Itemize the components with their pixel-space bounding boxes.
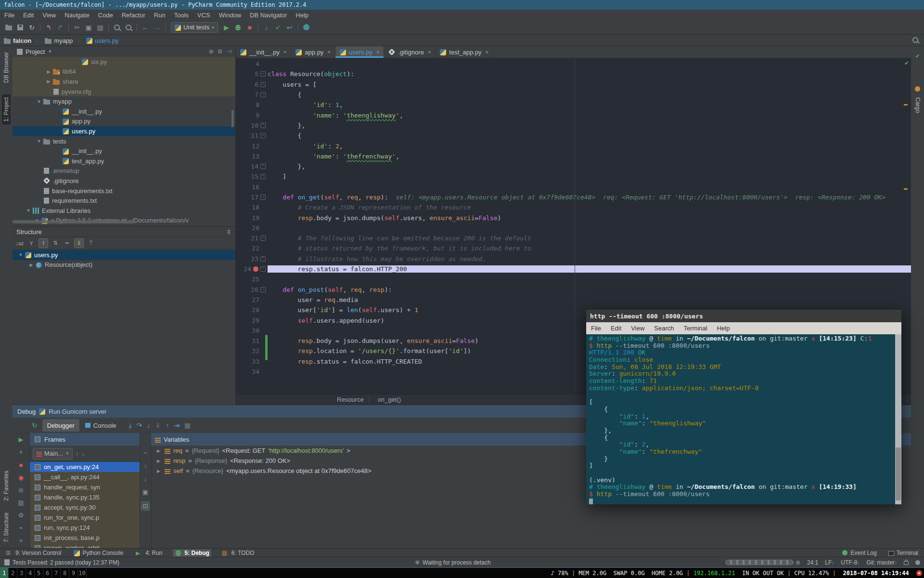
warning-stripe-mark[interactable] xyxy=(904,188,908,190)
workspace-9[interactable]: 9 xyxy=(69,568,78,578)
workspace-4[interactable]: 4 xyxy=(26,568,35,578)
toolwindow-button-5-debug[interactable]: 5: Debug xyxy=(173,549,211,557)
notification-pin-icon[interactable] xyxy=(916,570,922,576)
hide-panel-icon[interactable]: ⊣ xyxy=(227,48,231,55)
editor-tab-test_apppy[interactable]: test_app.py× xyxy=(436,46,493,58)
view-breakpoints-icon[interactable]: ◉ xyxy=(18,474,24,481)
nav-forward-icon[interactable]: → xyxy=(151,22,163,33)
tree-arrow-icon[interactable]: ▼ xyxy=(24,208,33,213)
fold-marker-icon[interactable]: − xyxy=(260,71,266,77)
menu-view[interactable]: View xyxy=(38,10,60,20)
force-step-into-icon[interactable]: ⇓ xyxy=(155,421,161,429)
step-out-icon[interactable]: ↑ xyxy=(166,421,169,429)
project-tree-item-test_apppy[interactable]: test_app.py xyxy=(13,156,235,166)
cut-icon[interactable]: ✂ xyxy=(71,22,83,33)
line-separator-widget[interactable]: LF↕ xyxy=(825,559,834,566)
fold-marker-icon[interactable]: − xyxy=(260,92,266,97)
nav-back-icon[interactable]: ← xyxy=(140,22,151,33)
workspace-5[interactable]: 5 xyxy=(35,568,43,578)
frame-row[interactable]: init_process, base.p xyxy=(30,533,140,543)
read-only-lock-icon[interactable] xyxy=(904,561,909,565)
expand-icon[interactable]: ▶ xyxy=(157,469,162,473)
project-tree-item-tests[interactable]: ▼tests xyxy=(13,136,235,146)
redo-icon[interactable]: ↱ xyxy=(54,22,66,33)
expand-icon[interactable]: ▶ xyxy=(157,459,162,463)
project-tree-item-__init__py[interactable]: __init__.py xyxy=(13,146,235,156)
workspace-1[interactable]: 1 xyxy=(0,568,9,578)
run-configuration-combo[interactable]: Unit tests▾ xyxy=(171,22,218,33)
fold-marker-icon[interactable]: ⌃ xyxy=(260,123,266,128)
workspace-2[interactable]: 2 xyxy=(9,568,17,578)
undo-icon[interactable]: ↰ xyxy=(43,22,54,33)
line-number[interactable]: 31 xyxy=(250,337,259,344)
vertical-scrollbar[interactable] xyxy=(231,110,234,127)
editor-tab-userspy[interactable]: users.py× xyxy=(335,46,385,58)
remove-watch-icon[interactable]: − xyxy=(143,449,147,457)
evaluate-expression-icon[interactable]: ▦ xyxy=(184,421,191,429)
line-number[interactable]: 29 xyxy=(250,317,259,324)
tree-arrow-icon[interactable]: ▶ xyxy=(44,69,53,74)
frame-down-icon[interactable]: ↓ xyxy=(81,450,85,457)
update-project-icon[interactable]: ↓ xyxy=(261,22,272,33)
gear-icon[interactable]: ⚙ xyxy=(218,48,223,55)
menu-db-navigator[interactable]: DB Navigator xyxy=(245,10,291,20)
line-number[interactable]: 11 xyxy=(249,132,258,139)
workspace-3[interactable]: 3 xyxy=(17,568,26,578)
open-file-icon[interactable] xyxy=(3,22,14,33)
structure-toolbar-icon-4[interactable]: ≂ xyxy=(63,239,71,248)
terminal-menu-terminal[interactable]: Terminal xyxy=(679,325,712,332)
line-number[interactable]: 27 xyxy=(250,296,259,303)
debug-icon[interactable] xyxy=(232,22,244,33)
frame-row[interactable]: __call__, api.py:244 xyxy=(30,472,140,482)
project-tree-item-baserequirementstxt[interactable]: base-requirements.txt xyxy=(13,186,235,196)
close-icon[interactable]: × xyxy=(283,49,286,55)
run-icon[interactable]: ▶ xyxy=(221,22,232,33)
editor-tab-__init__py[interactable]: __init__.py× xyxy=(236,46,291,58)
line-number[interactable]: 30 xyxy=(250,327,259,334)
toolwindow-button-event-log[interactable]: Event Log xyxy=(839,549,879,557)
menu-file[interactable]: File xyxy=(0,10,19,20)
terminal-menu-edit[interactable]: Edit xyxy=(606,325,626,332)
expand-icon[interactable]: ▶ xyxy=(157,448,162,453)
terminal-output[interactable]: # theenglishway @ time in ~/Documents/fa… xyxy=(586,334,901,504)
replace-icon[interactable] xyxy=(123,22,134,33)
line-number[interactable]: 6 xyxy=(249,81,258,88)
toolwindow-button-6-todo[interactable]: ▤6: TODO xyxy=(220,549,257,557)
project-tree-item-apppy[interactable]: app.py xyxy=(13,117,235,127)
inspections-ok-icon[interactable]: ✔ xyxy=(904,60,909,66)
line-number[interactable]: 7 xyxy=(249,91,258,98)
show-execution-point-icon[interactable]: ⤓ xyxy=(129,421,132,430)
tree-arrow-icon[interactable]: ▶ xyxy=(44,79,53,84)
fold-marker-icon[interactable]: − xyxy=(260,195,266,200)
tool-strip-7-structure[interactable]: 7: Structure xyxy=(3,512,10,542)
fold-marker-icon[interactable]: ⌃ xyxy=(260,266,266,272)
tool-strip-1-project[interactable]: 1: Project xyxy=(2,94,11,125)
move-up-icon[interactable]: ↑ xyxy=(144,462,147,470)
breadcrumb-item-falcon[interactable]: falcon〉 xyxy=(4,37,43,44)
line-number[interactable]: 19 xyxy=(250,214,259,222)
terminal-scrollbar[interactable] xyxy=(895,334,901,504)
line-number[interactable]: 17 xyxy=(249,194,258,201)
terminal-menu-file[interactable]: File xyxy=(586,325,606,332)
line-number[interactable]: 34 xyxy=(250,368,259,375)
line-number[interactable]: 25 xyxy=(250,276,259,283)
stop-icon[interactable]: ■ xyxy=(19,461,23,469)
line-number[interactable]: 14 xyxy=(249,163,258,170)
stop-icon[interactable]: ■ xyxy=(244,22,256,33)
help-icon[interactable] xyxy=(301,22,312,33)
breadcrumb-item-userspy[interactable]: users.py xyxy=(86,37,118,44)
move-down-icon[interactable]: ↓ xyxy=(144,475,147,483)
chevron-down-icon[interactable]: ▼ xyxy=(48,49,52,54)
menu-navigate[interactable]: Navigate xyxy=(60,10,93,20)
frame-row[interactable]: on_get, users.py:24 xyxy=(30,462,140,472)
copy-icon[interactable]: ▣ xyxy=(83,22,94,33)
editor-tab-apppy[interactable]: app.py× xyxy=(291,46,335,58)
structure-toolbar-icon-5[interactable]: ⊻ xyxy=(74,238,84,248)
warning-stripe-mark[interactable] xyxy=(904,104,908,105)
editor-breadcrumb-on_get[interactable]: on_get() xyxy=(378,396,401,403)
highlighting-level-icon[interactable] xyxy=(915,560,920,565)
cancel-progress-icon[interactable]: ⊗ xyxy=(796,559,800,566)
restore-layout-icon[interactable]: ▤ xyxy=(18,499,24,506)
step-over-icon[interactable]: ↷ xyxy=(137,421,142,429)
toolwindow-button-terminal[interactable]: Terminal xyxy=(886,549,920,557)
